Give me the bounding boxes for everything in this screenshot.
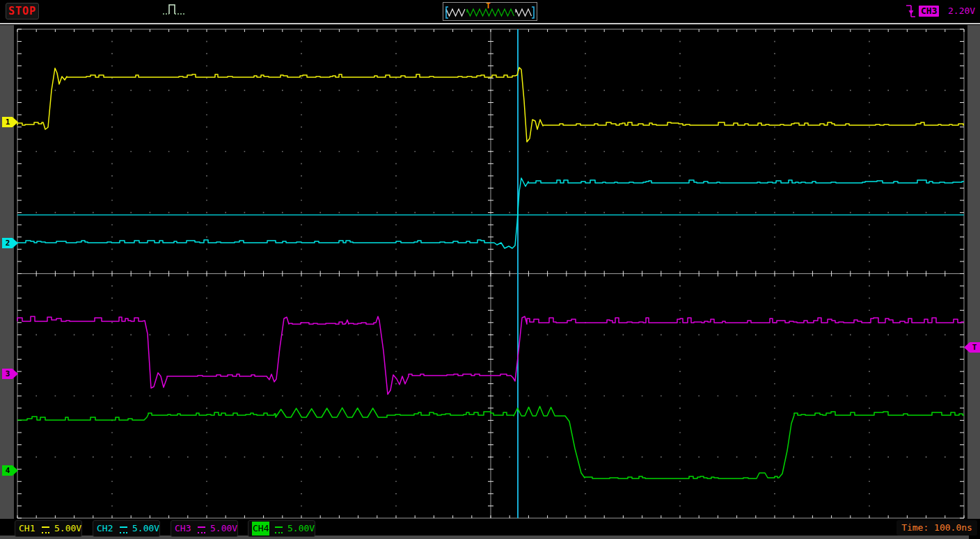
- ch1-status-box[interactable]: CH1 5.00V: [15, 520, 82, 537]
- trigger-level-value: 2.20V: [948, 6, 975, 17]
- ch2-label: CH2: [97, 522, 113, 536]
- trigger-source-badge[interactable]: CH3: [919, 6, 939, 17]
- ch4-marker-label: 4: [2, 465, 13, 476]
- timebase-readout[interactable]: Time: 100.0ns: [896, 520, 977, 536]
- graticule-and-traces: [0, 0, 980, 539]
- topbar-separator: [0, 23, 980, 24]
- ch3-status-box[interactable]: CH3 5.00V: [171, 520, 238, 537]
- ch4-label-selected: CH4: [252, 522, 269, 536]
- trigger-info[interactable]: CH3 2.20V: [905, 1, 977, 21]
- top-status-bar: STOP T CH3 2.20V: [0, 0, 980, 24]
- ch1-label: CH1: [19, 522, 35, 536]
- trigger-type-pulse-icon: [161, 2, 188, 19]
- falling-edge-trigger-icon: [905, 1, 917, 19]
- ch1-marker-label: 1: [2, 117, 13, 127]
- ch2-scale-value: 5.00V: [132, 522, 159, 536]
- ch3-scale-value: 5.00V: [210, 522, 237, 536]
- ch3-marker-label: 3: [2, 369, 13, 379]
- bezel-left: [0, 25, 14, 539]
- ch3-label: CH3: [175, 522, 191, 536]
- waveform-preview[interactable]: T: [443, 2, 537, 21]
- bottom-status-bar: CH1 5.00V CH2 5.00V CH3 5.00V CH4 5.00V …: [0, 519, 980, 536]
- trigger-marker-label: T: [969, 342, 980, 353]
- run-state-indicator[interactable]: STOP: [6, 3, 39, 19]
- ch4-dc-coupling-icon: [275, 526, 283, 533]
- preview-trigger-position-label[interactable]: T: [486, 1, 491, 10]
- ch2-marker-label: 2: [2, 238, 13, 248]
- bezel-right: [967, 25, 980, 527]
- ch3-dc-coupling-icon: [198, 526, 205, 533]
- ch2-dc-coupling-icon: [120, 526, 127, 533]
- ch1-dc-coupling-icon: [42, 526, 49, 533]
- oscilloscope-screen: STOP T CH3 2.20V 1 2 3 4 T CH1 5.00V: [0, 0, 980, 539]
- ch4-scale-value: 5.00V: [287, 522, 315, 536]
- ch1-scale-value: 5.00V: [54, 522, 81, 536]
- ch4-status-box[interactable]: CH4 5.00V: [248, 520, 315, 537]
- ch2-status-box[interactable]: CH2 5.00V: [93, 520, 160, 537]
